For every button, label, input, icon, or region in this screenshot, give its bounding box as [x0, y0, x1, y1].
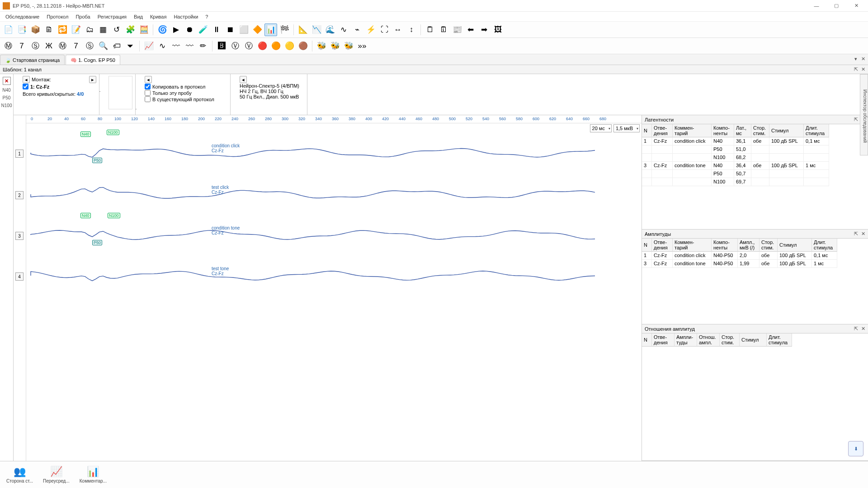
toolbar2-btn-23[interactable]: 🟤	[297, 40, 309, 52]
toolbar1-btn-7[interactable]: ▦	[97, 23, 109, 36]
toolbar1-btn-18[interactable]: ⬜	[237, 23, 250, 36]
toolbar1-btn-21[interactable]: 🏁	[278, 23, 291, 36]
latgrid-cell[interactable]	[642, 145, 652, 154]
ampgrid-cell[interactable]: 1 мс	[812, 260, 837, 268]
toolbar1-btn-10[interactable]: 🧮	[137, 23, 150, 36]
ampgrid-header[interactable]: Компо- ненты	[712, 239, 738, 252]
latgrid-cell[interactable]	[652, 178, 673, 186]
latgrid-cell[interactable]	[673, 178, 712, 186]
ratiogrid-header[interactable]: Отве- дения	[652, 333, 675, 347]
latgrid-cell[interactable]	[642, 170, 652, 178]
toolbar1-btn-15[interactable]: 🧪	[197, 23, 209, 36]
latgrid-cell[interactable]: N100	[712, 154, 734, 162]
latgrid-cell[interactable]	[673, 145, 712, 154]
scroll-down-button[interactable]: ⬇	[848, 441, 863, 456]
toolbar1-btn-37[interactable]: ➡	[478, 23, 491, 36]
latgrid-cell[interactable]: N100	[712, 178, 734, 186]
tabs-menu-icon[interactable]: ▾	[853, 56, 859, 62]
toolbar2-btn-28[interactable]: »»	[356, 40, 368, 52]
latgrid-cell[interactable]: P50	[712, 170, 734, 178]
latgrid-cell[interactable]: 36,4	[734, 162, 751, 170]
latgrid-header[interactable]: Отве- дения	[652, 124, 673, 137]
latgrid-cell[interactable]	[769, 178, 804, 186]
toolbar2-btn-8[interactable]: 🏷	[110, 40, 123, 52]
ampgrid-cell[interactable]: обе	[760, 260, 778, 268]
latgrid-cell[interactable]: 36,1	[734, 137, 751, 145]
latgrid-cell[interactable]: Cz-Fz	[652, 162, 673, 170]
latgrid-header[interactable]: N	[642, 124, 652, 137]
toolbar2-btn-17[interactable]: 🅱	[215, 40, 228, 52]
ratiogrid-header[interactable]: Стор. стим.	[720, 333, 740, 347]
latgrid-header[interactable]: Лат., мс	[734, 124, 751, 137]
latgrid-cell[interactable]	[751, 145, 769, 154]
latgrid-cell[interactable]: 68,2	[734, 154, 751, 162]
templatebar-pin-icon[interactable]: ⇱	[853, 66, 859, 72]
menu-Настройки[interactable]: Настройки	[170, 12, 202, 21]
trace-num-1[interactable]: 1	[15, 150, 24, 158]
latgrid-cell[interactable]: 3	[642, 162, 652, 170]
latgrid-cell[interactable]: 50,7	[734, 170, 751, 178]
latency-pin-icon[interactable]: ⇱	[853, 116, 859, 122]
latgrid-cell[interactable]: Cz-Fz	[652, 137, 673, 145]
ampgrid-cell[interactable]: 100 дБ SPL	[778, 260, 812, 268]
latgrid-cell[interactable]: condition tone	[673, 162, 712, 170]
latgrid-cell[interactable]: 0,1 мс	[804, 137, 829, 145]
latgrid-cell[interactable]	[652, 154, 673, 162]
tabs-close-icon[interactable]: ✕	[860, 56, 866, 62]
toolbar1-btn-19[interactable]: 🔶	[251, 23, 264, 36]
toolbar2-btn-7[interactable]: 🔍	[97, 40, 109, 52]
trace-num-2[interactable]: 2	[15, 191, 24, 199]
latgrid-cell[interactable]	[751, 154, 769, 162]
toolbar1-btn-25[interactable]: 🌊	[324, 23, 336, 36]
ampl-scale-select[interactable]: 1,5 мкВ	[613, 124, 640, 132]
latgrid-cell[interactable]	[652, 145, 673, 154]
toolbar1-btn-30[interactable]: ↔	[392, 23, 404, 36]
toolbar2-btn-3[interactable]: Ж	[42, 40, 55, 52]
maximize-button[interactable]: ▢	[827, 1, 845, 11]
toolbar2-btn-26[interactable]: 🐝	[329, 40, 341, 52]
bottom-Сторона ст...[interactable]: 👥Сторона ст...	[5, 465, 35, 484]
toolbar1-btn-13[interactable]: ▶	[170, 23, 182, 36]
toolbar1-btn-16[interactable]: ⏸	[210, 23, 223, 36]
channels-next-button[interactable]: ▸	[89, 76, 96, 83]
templatebar-close-icon[interactable]: ✕	[860, 66, 866, 72]
ratiogrid-header[interactable]: Ампли- туды	[675, 333, 697, 347]
latgrid-cell[interactable]	[751, 170, 769, 178]
menu-Проба[interactable]: Проба	[72, 12, 94, 21]
latgrid-header[interactable]: Коммен- тарий	[673, 124, 712, 137]
latgrid-cell[interactable]: N40	[712, 137, 734, 145]
latgrid-cell[interactable]	[769, 154, 804, 162]
latgrid-cell[interactable]: P50	[712, 145, 734, 154]
toolbar2-btn-6[interactable]: Ⓢ	[83, 40, 96, 52]
gutter-label-n40[interactable]: N40	[0, 88, 13, 93]
toolbar2-btn-13[interactable]: 〰	[170, 40, 182, 52]
latgrid-cell[interactable]	[804, 154, 829, 162]
toolbar2-btn-18[interactable]: Ⓥ	[229, 40, 241, 52]
ampgrid-cell[interactable]: Cz-Fz	[652, 260, 673, 268]
latgrid-cell[interactable]: 1 мс	[804, 162, 829, 170]
toolbar2-btn-20[interactable]: 🔴	[256, 40, 269, 52]
waveform-area[interactable]: 1234 02040608010012014016018020022024026…	[14, 115, 642, 461]
menu-Вид[interactable]: Вид	[130, 12, 146, 21]
toolbar1-btn-34[interactable]: 🗓	[437, 23, 450, 36]
toolbar1-btn-26[interactable]: ∿	[337, 23, 350, 36]
tab-Стартовая страница[interactable]: 🍃Стартовая страница	[0, 55, 65, 65]
toolbar1-btn-6[interactable]: 🗂	[83, 23, 96, 36]
close-button[interactable]: ✕	[847, 1, 865, 11]
latgrid-cell[interactable]	[673, 170, 712, 178]
ampgrid-cell[interactable]: condition click	[673, 252, 712, 260]
ratio-pin-icon[interactable]: ⇱	[853, 325, 859, 332]
latgrid-cell[interactable]: обе	[751, 162, 769, 170]
ratiogrid-header[interactable]: Стимул	[740, 333, 767, 347]
toolbar1-btn-29[interactable]: ⛶	[378, 23, 391, 36]
latgrid-cell[interactable]: 100 дБ SPL	[769, 137, 804, 145]
ampgrid-cell[interactable]: 1	[642, 252, 652, 260]
ampgrid-header[interactable]: Стимул	[778, 239, 812, 252]
toolbar1-btn-2[interactable]: 📦	[29, 23, 42, 36]
amplitude-pin-icon[interactable]: ⇱	[853, 230, 859, 237]
toolbar1-btn-20[interactable]: 📊	[264, 23, 277, 36]
toolbar2-btn-19[interactable]: Ⓥ	[242, 40, 255, 52]
ampgrid-cell[interactable]: 100 дБ SPL	[778, 252, 812, 260]
toolbar2-btn-15[interactable]: ✏	[197, 40, 209, 52]
latgrid-header[interactable]: Стор. стим.	[751, 124, 769, 137]
